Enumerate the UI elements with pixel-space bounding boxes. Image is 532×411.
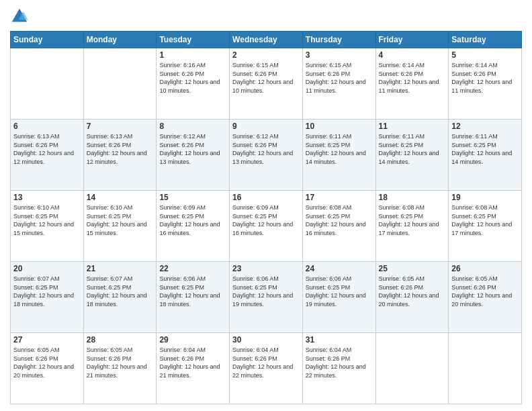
day-info: Sunrise: 6:07 AM Sunset: 6:25 PM Dayligh… <box>13 275 81 308</box>
day-number: 25 <box>379 264 446 273</box>
day-info: Sunrise: 6:06 AM Sunset: 6:25 PM Dayligh… <box>159 275 226 308</box>
day-number: 1 <box>159 50 226 60</box>
calendar-cell: 12Sunrise: 6:11 AM Sunset: 6:25 PM Dayli… <box>449 120 522 191</box>
day-number: 5 <box>451 50 519 60</box>
day-info: Sunrise: 6:10 AM Sunset: 6:25 PM Dayligh… <box>13 203 81 237</box>
calendar-header-thursday: Thursday <box>302 32 375 48</box>
calendar-week-row: 20Sunrise: 6:07 AM Sunset: 6:25 PM Dayli… <box>11 262 522 333</box>
day-number: 12 <box>451 122 519 131</box>
calendar-cell: 24Sunrise: 6:06 AM Sunset: 6:25 PM Dayli… <box>302 262 375 333</box>
day-number: 31 <box>306 335 373 345</box>
day-info: Sunrise: 6:05 AM Sunset: 6:26 PM Dayligh… <box>379 275 446 308</box>
day-number: 19 <box>451 193 519 202</box>
calendar-cell: 9Sunrise: 6:12 AM Sunset: 6:26 PM Daylig… <box>230 120 303 191</box>
day-number: 21 <box>87 264 154 273</box>
day-info: Sunrise: 6:14 AM Sunset: 6:26 PM Dayligh… <box>451 61 519 95</box>
calendar-cell: 26Sunrise: 6:05 AM Sunset: 6:26 PM Dayli… <box>449 262 522 333</box>
day-number: 13 <box>13 193 81 202</box>
day-info: Sunrise: 6:11 AM Sunset: 6:25 PM Dayligh… <box>451 132 519 166</box>
day-number: 17 <box>306 193 373 202</box>
calendar-cell: 5Sunrise: 6:14 AM Sunset: 6:26 PM Daylig… <box>449 48 522 120</box>
calendar-header-wednesday: Wednesday <box>230 32 303 48</box>
day-number: 22 <box>159 264 226 273</box>
calendar-cell: 2Sunrise: 6:15 AM Sunset: 6:26 PM Daylig… <box>230 48 303 120</box>
day-info: Sunrise: 6:05 AM Sunset: 6:26 PM Dayligh… <box>451 275 519 308</box>
calendar-cell: 1Sunrise: 6:16 AM Sunset: 6:26 PM Daylig… <box>157 48 230 120</box>
calendar-cell: 23Sunrise: 6:06 AM Sunset: 6:25 PM Dayli… <box>230 262 303 333</box>
day-info: Sunrise: 6:11 AM Sunset: 6:25 PM Dayligh… <box>306 132 373 166</box>
calendar-header-saturday: Saturday <box>449 32 522 48</box>
day-info: Sunrise: 6:04 AM Sunset: 6:26 PM Dayligh… <box>159 346 226 379</box>
day-info: Sunrise: 6:12 AM Sunset: 6:26 PM Dayligh… <box>159 132 226 166</box>
day-info: Sunrise: 6:06 AM Sunset: 6:25 PM Dayligh… <box>306 275 373 308</box>
calendar-cell: 15Sunrise: 6:09 AM Sunset: 6:25 PM Dayli… <box>157 191 230 262</box>
calendar-header-sunday: Sunday <box>11 32 84 48</box>
calendar-header-monday: Monday <box>83 32 157 48</box>
calendar-cell: 28Sunrise: 6:05 AM Sunset: 6:26 PM Dayli… <box>83 333 157 404</box>
day-number: 15 <box>159 193 226 202</box>
day-number: 2 <box>232 50 300 60</box>
calendar-cell: 27Sunrise: 6:05 AM Sunset: 6:26 PM Dayli… <box>11 333 84 404</box>
day-number: 7 <box>87 122 154 131</box>
calendar-header-row: SundayMondayTuesdayWednesdayThursdayFrid… <box>11 32 522 48</box>
calendar-cell: 3Sunrise: 6:15 AM Sunset: 6:26 PM Daylig… <box>302 48 375 120</box>
calendar-table: SundayMondayTuesdayWednesdayThursdayFrid… <box>10 31 522 404</box>
day-info: Sunrise: 6:14 AM Sunset: 6:26 PM Dayligh… <box>379 61 446 95</box>
day-number: 16 <box>232 193 300 202</box>
calendar-cell: 25Sunrise: 6:05 AM Sunset: 6:26 PM Dayli… <box>375 262 449 333</box>
calendar-cell: 13Sunrise: 6:10 AM Sunset: 6:25 PM Dayli… <box>11 191 84 262</box>
day-number: 30 <box>232 335 300 345</box>
calendar-cell: 19Sunrise: 6:08 AM Sunset: 6:25 PM Dayli… <box>449 191 522 262</box>
calendar-cell: 21Sunrise: 6:07 AM Sunset: 6:25 PM Dayli… <box>83 262 157 333</box>
day-number: 10 <box>306 122 373 131</box>
day-number: 9 <box>232 122 300 131</box>
day-info: Sunrise: 6:13 AM Sunset: 6:26 PM Dayligh… <box>13 132 81 166</box>
day-number: 27 <box>13 335 81 345</box>
day-info: Sunrise: 6:13 AM Sunset: 6:26 PM Dayligh… <box>87 132 154 166</box>
calendar-header-tuesday: Tuesday <box>157 32 230 48</box>
day-info: Sunrise: 6:05 AM Sunset: 6:26 PM Dayligh… <box>13 346 81 379</box>
day-number: 26 <box>451 264 519 273</box>
day-number: 4 <box>379 50 446 60</box>
day-info: Sunrise: 6:09 AM Sunset: 6:25 PM Dayligh… <box>159 203 226 237</box>
calendar-cell <box>449 333 522 404</box>
day-info: Sunrise: 6:16 AM Sunset: 6:26 PM Dayligh… <box>159 61 226 95</box>
calendar-cell: 4Sunrise: 6:14 AM Sunset: 6:26 PM Daylig… <box>375 48 449 120</box>
calendar-cell: 16Sunrise: 6:09 AM Sunset: 6:25 PM Dayli… <box>230 191 303 262</box>
logo-icon <box>10 7 29 26</box>
calendar-cell: 10Sunrise: 6:11 AM Sunset: 6:25 PM Dayli… <box>302 120 375 191</box>
day-info: Sunrise: 6:06 AM Sunset: 6:25 PM Dayligh… <box>232 275 300 308</box>
day-info: Sunrise: 6:08 AM Sunset: 6:25 PM Dayligh… <box>306 203 373 237</box>
calendar-week-row: 1Sunrise: 6:16 AM Sunset: 6:26 PM Daylig… <box>11 48 522 120</box>
day-info: Sunrise: 6:08 AM Sunset: 6:25 PM Dayligh… <box>451 203 519 237</box>
calendar-cell: 30Sunrise: 6:04 AM Sunset: 6:26 PM Dayli… <box>230 333 303 404</box>
day-number: 28 <box>87 335 154 345</box>
day-info: Sunrise: 6:15 AM Sunset: 6:26 PM Dayligh… <box>232 61 300 95</box>
calendar-cell: 31Sunrise: 6:04 AM Sunset: 6:26 PM Dayli… <box>302 333 375 404</box>
day-number: 24 <box>306 264 373 273</box>
calendar-cell: 14Sunrise: 6:10 AM Sunset: 6:25 PM Dayli… <box>83 191 157 262</box>
logo <box>10 7 32 26</box>
calendar-cell <box>11 48 84 120</box>
day-number: 20 <box>13 264 81 273</box>
calendar-cell: 20Sunrise: 6:07 AM Sunset: 6:25 PM Dayli… <box>11 262 84 333</box>
day-info: Sunrise: 6:05 AM Sunset: 6:26 PM Dayligh… <box>87 346 154 379</box>
calendar-week-row: 27Sunrise: 6:05 AM Sunset: 6:26 PM Dayli… <box>11 333 522 404</box>
calendar-cell <box>375 333 449 404</box>
calendar-cell: 18Sunrise: 6:08 AM Sunset: 6:25 PM Dayli… <box>375 191 449 262</box>
day-info: Sunrise: 6:11 AM Sunset: 6:25 PM Dayligh… <box>379 132 446 166</box>
day-info: Sunrise: 6:15 AM Sunset: 6:26 PM Dayligh… <box>306 61 373 95</box>
page: SundayMondayTuesdayWednesdayThursdayFrid… <box>0 0 532 411</box>
day-info: Sunrise: 6:04 AM Sunset: 6:26 PM Dayligh… <box>232 346 300 379</box>
day-number: 18 <box>379 193 446 202</box>
calendar-week-row: 13Sunrise: 6:10 AM Sunset: 6:25 PM Dayli… <box>11 191 522 262</box>
day-info: Sunrise: 6:09 AM Sunset: 6:25 PM Dayligh… <box>232 203 300 237</box>
day-info: Sunrise: 6:04 AM Sunset: 6:26 PM Dayligh… <box>306 346 373 379</box>
calendar-cell: 17Sunrise: 6:08 AM Sunset: 6:25 PM Dayli… <box>302 191 375 262</box>
calendar-cell: 22Sunrise: 6:06 AM Sunset: 6:25 PM Dayli… <box>157 262 230 333</box>
day-info: Sunrise: 6:10 AM Sunset: 6:25 PM Dayligh… <box>87 203 154 237</box>
day-number: 29 <box>159 335 226 345</box>
calendar-cell: 29Sunrise: 6:04 AM Sunset: 6:26 PM Dayli… <box>157 333 230 404</box>
calendar-cell: 8Sunrise: 6:12 AM Sunset: 6:26 PM Daylig… <box>157 120 230 191</box>
day-number: 14 <box>87 193 154 202</box>
